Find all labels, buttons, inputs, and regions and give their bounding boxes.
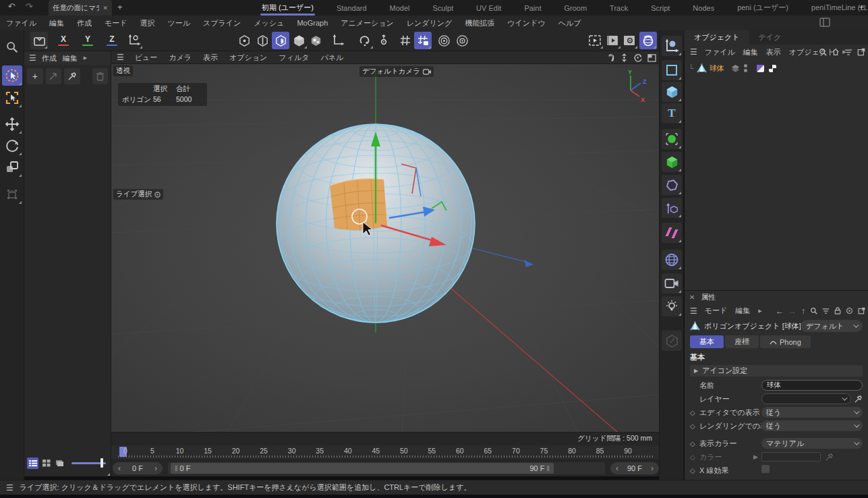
anim-dot-icon[interactable]: ◇ [690, 467, 699, 474]
eyedropper-button[interactable] [64, 68, 80, 84]
grid-view-button[interactable] [40, 458, 52, 469]
om-search-icon[interactable] [819, 48, 827, 56]
preset-dropdown[interactable]: デフォルト [801, 320, 863, 332]
om-home-icon[interactable] [832, 48, 840, 56]
layout-tab[interactable]: Paint [523, 1, 542, 15]
render-view-button[interactable] [586, 32, 604, 49]
move-tool[interactable] [2, 114, 22, 134]
rectangle-selection-tool[interactable] [2, 88, 22, 108]
toggle-panel-icon[interactable] [647, 54, 656, 62]
search-commander-button[interactable] [2, 37, 22, 57]
menubar-item[interactable]: 選択 [140, 18, 155, 28]
view-menu[interactable]: ビュー [135, 53, 158, 63]
selection-tag-icon[interactable] [757, 65, 764, 72]
close-icon[interactable]: ✕ [103, 5, 108, 11]
pan-view-icon[interactable] [606, 53, 615, 62]
layout-tab[interactable]: UV Edit [475, 1, 502, 15]
orbit-view-icon[interactable] [633, 53, 642, 62]
tab-objects[interactable]: オブジェクト [685, 30, 749, 45]
menubar-item[interactable]: ヘルプ [558, 18, 581, 28]
spline-pen-icon[interactable] [662, 36, 682, 56]
menu-icon[interactable]: ☰ [690, 306, 697, 316]
om-edit-menu[interactable]: 編集 [743, 47, 758, 57]
deformer-icon[interactable] [662, 175, 682, 195]
layout-tab[interactable]: Model [388, 1, 411, 15]
mograph-text-icon[interactable]: T [662, 103, 682, 123]
subdivision-surface-icon[interactable] [662, 129, 682, 149]
layout-tab[interactable]: 初期 (ユーザー) [260, 0, 315, 16]
menu-icon[interactable]: ☰ [690, 47, 697, 57]
am-filter-icon[interactable] [822, 308, 830, 314]
symmetry-icon[interactable] [662, 223, 682, 243]
current-frame-spinner[interactable]: ‹ 0 F › [113, 462, 163, 474]
viewport-filter-icon[interactable] [435, 32, 453, 49]
add-layout-button[interactable]: + [859, 2, 864, 12]
axis-modification-tool[interactable] [2, 184, 22, 204]
am-search-icon[interactable] [810, 307, 817, 314]
snap-enabled-button[interactable] [414, 32, 432, 49]
editor-visibility-dropdown[interactable]: 従う [761, 407, 863, 418]
delete-material-button[interactable] [92, 68, 109, 84]
create-menu[interactable]: 作成 [42, 53, 57, 63]
y-axis-lock-button[interactable]: Y [80, 32, 96, 49]
preview-range[interactable]: ‖ 0 F 90 F ‖ [171, 463, 554, 474]
more-menus-icon[interactable]: ▶ [758, 308, 761, 314]
layer-dropdown[interactable] [761, 393, 851, 404]
menubar-item[interactable]: スプライン [203, 18, 241, 28]
edit-menu[interactable]: 編集 [63, 53, 78, 63]
snap-grid-icon[interactable] [397, 32, 414, 49]
points-mode-button[interactable] [235, 32, 253, 49]
name-input[interactable] [761, 380, 863, 391]
timeline-ruler[interactable]: 051015202530354045505560657075808590 [111, 445, 659, 460]
camera-menu[interactable]: カメラ [169, 53, 192, 63]
coordinate-system-button[interactable] [356, 32, 374, 49]
xray-checkbox[interactable] [761, 465, 770, 473]
layout-tab[interactable]: Script [649, 1, 671, 15]
new-document-button[interactable]: + [117, 2, 123, 12]
layout-tab[interactable]: Groom [562, 1, 588, 15]
icon-settings-group[interactable]: ▶ アイコン設定 [690, 365, 863, 377]
om-file-menu[interactable]: ファイル [705, 47, 735, 57]
anim-dot-icon[interactable]: ◇ [690, 422, 699, 430]
rotate-tool[interactable] [2, 136, 22, 156]
more-menus-icon[interactable]: ▶ [84, 55, 87, 61]
field-icon[interactable] [662, 198, 682, 218]
parent-object-icon[interactable]: ↑ [801, 306, 805, 316]
display-menu[interactable]: 表示 [203, 53, 218, 63]
menubar-item[interactable]: メッシュ [254, 18, 284, 28]
modeling-settings-button[interactable] [375, 32, 393, 49]
object-axis-button[interactable] [329, 32, 347, 49]
generator-cube-icon[interactable] [662, 152, 682, 172]
om-view-menu[interactable]: 表示 [766, 47, 781, 57]
layout-tab[interactable]: peni (ユーザー) [736, 0, 790, 16]
x-axis-lock-button[interactable]: X [55, 32, 71, 49]
light-object-icon[interactable] [662, 296, 682, 316]
menubar-item[interactable]: MoGraph [297, 19, 328, 27]
preview-range-bar[interactable]: ‖ 0 F 90 F ‖ [168, 462, 605, 474]
layout-tab[interactable]: Standard [335, 1, 368, 15]
tab-basic[interactable]: 基本 [690, 335, 724, 348]
menubar-item[interactable]: アニメーション [341, 18, 394, 28]
history-back-icon[interactable]: ← [776, 306, 784, 316]
camera-object-icon[interactable] [662, 273, 682, 294]
tab-coordinates[interactable]: 座標 [725, 335, 759, 348]
tab-phong[interactable]: Phong [760, 335, 811, 348]
render-picture-viewer-button[interactable] [604, 32, 621, 49]
workplane-button[interactable] [125, 32, 143, 49]
render-settings-button[interactable] [620, 32, 638, 49]
viewport-canvas[interactable]: 透視 選択 合計 ポリゴン 56 5000 ライブ選択 デフォルトカメラ [111, 64, 659, 445]
menubar-item[interactable]: ウインドウ [507, 18, 545, 28]
om-popout-icon[interactable] [857, 48, 865, 56]
end-frame-spinner[interactable]: ‹ 90 F › [610, 462, 659, 474]
live-selection-tool[interactable] [2, 65, 22, 86]
spline-primitive-icon[interactable] [662, 60, 682, 80]
document-tab[interactable]: 任意の面にマテリア... ✕ [49, 0, 112, 16]
history-forward-icon[interactable]: → [788, 306, 797, 316]
list-view-button[interactable] [27, 458, 38, 469]
am-popout-icon[interactable] [858, 307, 865, 314]
anim-dot-icon[interactable]: ◇ [690, 409, 699, 416]
menu-icon[interactable]: ☰ [6, 483, 13, 493]
menu-icon[interactable]: ☰ [29, 53, 36, 63]
render-visibility-dropdown[interactable]: 従う [761, 420, 863, 431]
panel-layout-icon[interactable] [819, 18, 830, 27]
